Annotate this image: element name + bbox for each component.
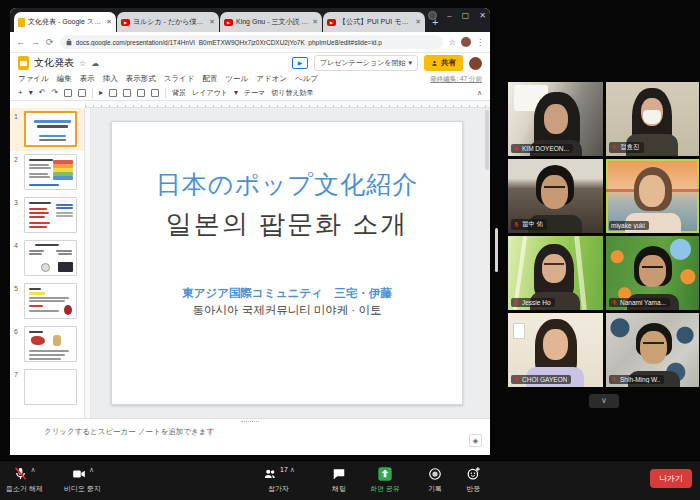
tab-google-slides[interactable]: 文化発表 - Google スライド ✕ [14, 12, 116, 32]
menu-view[interactable]: 表示 [80, 74, 95, 84]
paint-format-icon[interactable] [78, 89, 86, 97]
tab-youtube-3[interactable]: ▶ 【公式】PUI PUI モルカー 第1話 ✕ [323, 12, 425, 32]
tab-close-icon[interactable]: ✕ [312, 18, 318, 26]
menu-edit[interactable]: 編集 [57, 74, 72, 84]
more-participants-button[interactable]: ∨ [589, 394, 619, 408]
leave-meeting-button[interactable]: 나가기 [650, 469, 692, 488]
participant-name: Jessie Ho [522, 299, 551, 306]
slides-favicon [18, 18, 25, 27]
notes-drag-handle[interactable] [241, 421, 259, 423]
tab-youtube-1[interactable]: ▶ ヨルシカ - だから僕は音楽を辞めた ✕ [117, 12, 219, 32]
participant-nametag: CHOI GAYEON [511, 375, 571, 384]
menu-help[interactable]: ヘルプ [295, 74, 318, 84]
slide-subtitle-korean[interactable]: 동아시아 국제커뮤니티 미야케 · 이토 [112, 303, 462, 318]
slide-thumbnail-3[interactable]: 3 [10, 194, 84, 237]
tab-close-icon[interactable]: ✕ [106, 18, 112, 26]
minimize-button[interactable]: – [447, 11, 451, 20]
slide-thumbnail-7[interactable]: 7 [10, 366, 84, 409]
insert-line-icon[interactable] [151, 89, 159, 97]
participants-options-chevron[interactable]: ∧ [290, 466, 295, 474]
current-slide[interactable]: 日本のポップ文化紹介 일본의 팝문화 소개 東アジア国際コミュニティ 三宅・伊藤… [111, 121, 463, 405]
redo-icon[interactable]: ↷ [51, 88, 58, 97]
slide-thumbnail-1[interactable]: 1 [10, 108, 84, 151]
participant-tile-hatakenaka[interactable]: 畠中 佑 [508, 159, 603, 233]
participant-tile-choi-gayeon[interactable]: CHOI GAYEON [508, 313, 603, 387]
url-field[interactable]: docs.google.com/presentation/d/1T4HnVI_B… [60, 35, 443, 49]
back-icon[interactable]: ← [16, 37, 25, 47]
account-avatar[interactable] [461, 37, 471, 47]
participant-tile-jessie-ho[interactable]: Jessie Ho [508, 236, 603, 310]
share-button[interactable]: 共有 [424, 55, 463, 71]
participant-tile-kim-doyeon[interactable]: KIM DOYEON... [508, 82, 603, 156]
theme-button[interactable]: テーマ [244, 88, 265, 98]
canvas-scrollbar[interactable] [485, 110, 489, 170]
muted-mic-icon [611, 144, 618, 151]
panel-scrollbar[interactable] [495, 228, 498, 272]
stop-video-button[interactable]: ∧ 비디오 중지 [64, 465, 101, 494]
participant-tile-jung-hyojin[interactable]: 정효진 [606, 82, 699, 156]
explore-button[interactable]: ◈ [469, 434, 482, 447]
menu-slide[interactable]: スライド [164, 74, 195, 84]
record-button[interactable]: 기록 [428, 465, 442, 494]
participants-button[interactable]: 17 ∧ 참가자 [262, 465, 295, 494]
speaker-notes-area[interactable]: クリックするとスピーカー ノートを追加できます ◈ [10, 418, 490, 455]
mute-options-chevron[interactable]: ∧ [30, 466, 35, 474]
layout-dropdown-icon[interactable]: ▾ [234, 88, 238, 97]
undo-icon[interactable]: ↶ [39, 88, 46, 97]
collapse-toolbar-icon[interactable]: ∧ [477, 89, 482, 97]
select-tool-icon[interactable]: ▸ [99, 88, 103, 97]
muted-mic-icon [611, 376, 618, 383]
new-slide-dropdown-icon[interactable]: ▾ [29, 88, 33, 97]
menu-insert[interactable]: 挿入 [103, 74, 118, 84]
google-slides-logo[interactable] [18, 56, 29, 70]
participant-nametag: 정효진 [609, 142, 644, 153]
menu-arrange[interactable]: 配置 [202, 74, 217, 84]
print-icon[interactable] [64, 89, 72, 97]
menu-addons[interactable]: アドオン [256, 74, 287, 84]
slide-thumbnail-5[interactable]: 5 [10, 280, 84, 323]
lock-icon [66, 38, 72, 46]
participant-tile-nanami[interactable]: Nanami Yama... [606, 236, 699, 310]
share-screen-button[interactable]: 화면 공유 [370, 465, 400, 494]
participant-tile-shih-ming[interactable]: Shih-Ming W.. [606, 313, 699, 387]
menu-tools[interactable]: ツール [225, 74, 248, 84]
start-presentation-button[interactable]: プレゼンテーションを開始 ▾ [314, 55, 418, 71]
notes-placeholder[interactable]: クリックするとスピーカー ノートを追加できます [44, 427, 214, 437]
last-edit-link[interactable]: 最終編集: 47 分前 [430, 75, 482, 84]
bookmark-star-icon[interactable]: ☆ [449, 38, 456, 47]
menu-file[interactable]: ファイル [18, 74, 49, 84]
slide-thumbnail-6[interactable]: 6 [10, 323, 84, 366]
star-doc-icon[interactable]: ☆ [79, 59, 86, 68]
browser-address-bar: ← → ⟳ docs.google.com/presentation/d/1T4… [10, 32, 490, 53]
participant-tile-miyake-yuki[interactable]: miyake yuki [606, 159, 699, 233]
transition-button[interactable]: 切り替え効果 [271, 88, 313, 98]
slide-title-korean[interactable]: 일본의 팝문화 소개 [112, 207, 462, 242]
close-button[interactable]: ✕ [479, 11, 486, 20]
chat-button[interactable]: 채팅 [332, 465, 346, 494]
slide-title-japanese[interactable]: 日本のポップ文化紹介 [112, 168, 462, 201]
insert-shape-icon[interactable] [137, 89, 145, 97]
browser-menu-icon[interactable]: ⋮ [476, 38, 484, 47]
slideshow-icon[interactable]: ▶ [292, 57, 308, 69]
forward-icon[interactable]: → [31, 37, 40, 47]
new-slide-icon[interactable]: + [18, 88, 23, 97]
unmute-button[interactable]: ∧ 음소거 해제 [6, 465, 43, 494]
reactions-button[interactable]: 반응 [466, 465, 481, 494]
tab-youtube-2[interactable]: ▶ King Gnu - 三文小説 - YouTube ✕ [220, 12, 322, 32]
background-button[interactable]: 背景 [172, 88, 186, 98]
slide-thumbnail-2[interactable]: 2 [10, 151, 84, 194]
document-title[interactable]: 文化発表 [34, 56, 74, 70]
slide-thumbnail-4[interactable]: 4 [10, 237, 84, 280]
insert-image-icon[interactable] [123, 89, 131, 97]
video-options-chevron[interactable]: ∧ [89, 466, 94, 474]
user-avatar[interactable] [469, 57, 482, 70]
slide-subtitle-japanese[interactable]: 東アジア国際コミュニティ 三宅・伊藤 [112, 286, 462, 301]
tab-close-icon[interactable]: ✕ [209, 18, 215, 26]
text-box-icon[interactable] [109, 89, 117, 97]
layout-button[interactable]: レイアウト [192, 88, 228, 98]
tab-close-icon[interactable]: ✕ [415, 18, 421, 26]
maximize-button[interactable]: ▢ [462, 11, 470, 20]
reload-icon[interactable]: ⟳ [46, 37, 54, 47]
menu-format[interactable]: 表示形式 [126, 74, 156, 84]
browser-profile-icon[interactable] [428, 11, 437, 20]
